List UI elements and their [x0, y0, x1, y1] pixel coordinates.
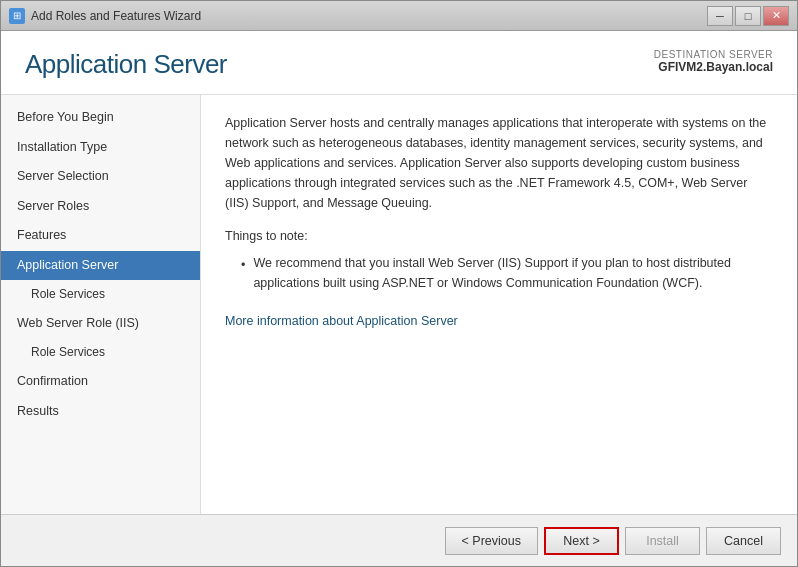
sidebar-item-server-selection[interactable]: Server Selection: [1, 162, 200, 192]
description-text: Application Server hosts and centrally m…: [225, 113, 773, 213]
things-to-note-label: Things to note:: [225, 229, 773, 243]
close-button[interactable]: ✕: [763, 6, 789, 26]
main-body: Before You Begin Installation Type Serve…: [1, 95, 797, 514]
sidebar-item-server-roles[interactable]: Server Roles: [1, 192, 200, 222]
sidebar-item-application-server[interactable]: Application Server: [1, 251, 200, 281]
server-name: GFIVM2.Bayan.local: [654, 60, 773, 74]
titlebar-left: ⊞ Add Roles and Features Wizard: [9, 8, 201, 24]
sidebar-item-installation-type[interactable]: Installation Type: [1, 133, 200, 163]
content-area: Application Server DESTINATION SERVER GF…: [1, 31, 797, 566]
main-content: Application Server hosts and centrally m…: [201, 95, 797, 514]
sidebar-item-role-services-1[interactable]: Role Services: [1, 280, 200, 309]
header-section: Application Server DESTINATION SERVER GF…: [1, 31, 797, 95]
wizard-window: ⊞ Add Roles and Features Wizard ─ □ ✕ Ap…: [0, 0, 798, 567]
bottom-bar: < Previous Next > Install Cancel: [1, 514, 797, 566]
bullet-text: We recommend that you install Web Server…: [253, 253, 773, 293]
sidebar-item-web-server-role[interactable]: Web Server Role (IIS): [1, 309, 200, 339]
previous-button[interactable]: < Previous: [445, 527, 538, 555]
window-title: Add Roles and Features Wizard: [31, 9, 201, 23]
sidebar: Before You Begin Installation Type Serve…: [1, 95, 201, 514]
bullet-item: • We recommend that you install Web Serv…: [241, 253, 773, 293]
sidebar-item-results[interactable]: Results: [1, 397, 200, 427]
next-button[interactable]: Next >: [544, 527, 619, 555]
titlebar-buttons: ─ □ ✕: [707, 6, 789, 26]
more-info-section: More information about Application Serve…: [225, 313, 773, 328]
bullet-dot: •: [241, 255, 245, 293]
minimize-button[interactable]: ─: [707, 6, 733, 26]
page-title: Application Server: [25, 49, 227, 80]
bullet-list: • We recommend that you install Web Serv…: [241, 253, 773, 293]
install-button[interactable]: Install: [625, 527, 700, 555]
titlebar: ⊞ Add Roles and Features Wizard ─ □ ✕: [1, 1, 797, 31]
destination-label: DESTINATION SERVER: [654, 49, 773, 60]
sidebar-item-features[interactable]: Features: [1, 221, 200, 251]
sidebar-item-before-you-begin[interactable]: Before You Begin: [1, 103, 200, 133]
window-icon: ⊞: [9, 8, 25, 24]
cancel-button[interactable]: Cancel: [706, 527, 781, 555]
restore-button[interactable]: □: [735, 6, 761, 26]
more-info-link[interactable]: More information about Application Serve…: [225, 314, 458, 328]
sidebar-item-confirmation[interactable]: Confirmation: [1, 367, 200, 397]
destination-server: DESTINATION SERVER GFIVM2.Bayan.local: [654, 49, 773, 74]
sidebar-item-role-services-2[interactable]: Role Services: [1, 338, 200, 367]
